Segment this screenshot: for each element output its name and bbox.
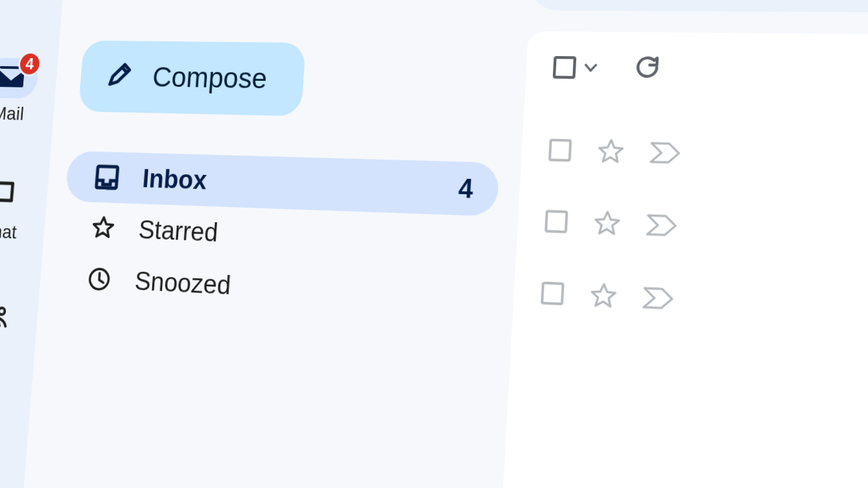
rail-item-mail[interactable]: 4 Mail	[0, 57, 39, 125]
select-all[interactable]	[552, 55, 599, 79]
spaces-icon	[0, 299, 10, 330]
rail-item-spaces[interactable]	[0, 292, 20, 336]
row-importance[interactable]	[649, 142, 682, 167]
folder-count: 4	[457, 173, 473, 204]
compose-label: Compose	[152, 61, 268, 95]
folder-list: Inbox 4 Starred Snoozed	[57, 150, 499, 324]
folder-label: Starred	[138, 215, 471, 258]
search-bar[interactable]: Search in	[529, 0, 868, 13]
list-toolbar	[552, 52, 868, 88]
row-importance[interactable]	[646, 214, 679, 240]
row-star[interactable]	[592, 208, 622, 241]
rail-item-label: Chat	[0, 220, 17, 243]
checkbox-icon	[552, 55, 578, 79]
svg-rect-7	[550, 140, 570, 160]
rail-item-chat[interactable]: Chat	[0, 174, 30, 244]
pencil-icon	[105, 61, 132, 91]
refresh-button[interactable]	[633, 53, 662, 83]
row-importance[interactable]	[642, 286, 676, 313]
svg-point-2	[0, 308, 5, 314]
svg-rect-9	[542, 282, 563, 304]
inbox-icon	[93, 164, 121, 190]
nav-sidebar: Gmail Compose Inbox 4 Starred	[23, 0, 533, 488]
refresh-icon	[633, 53, 662, 81]
compose-button[interactable]: Compose	[78, 40, 306, 115]
clock-icon	[85, 266, 114, 292]
row-checkbox[interactable]	[539, 280, 565, 309]
rail-item-label: Mail	[0, 103, 25, 124]
message-row[interactable]	[538, 258, 868, 352]
folder-label: Inbox	[142, 164, 435, 202]
message-list	[500, 31, 868, 488]
folder-label: Snoozed	[134, 266, 467, 311]
star-icon	[89, 214, 117, 241]
row-checkbox[interactable]	[544, 209, 569, 237]
caret-down-icon	[584, 62, 598, 72]
app-window: 4 Mail Chat	[0, 0, 868, 488]
row-star[interactable]	[588, 280, 619, 314]
row-star[interactable]	[596, 137, 626, 169]
svg-rect-8	[546, 211, 567, 232]
chat-icon	[0, 179, 16, 212]
message-row[interactable]	[546, 115, 868, 200]
row-checkbox[interactable]	[548, 138, 573, 165]
content-area: Search in	[500, 0, 868, 488]
svg-rect-6	[554, 57, 575, 77]
unread-badge: 4	[17, 51, 42, 77]
